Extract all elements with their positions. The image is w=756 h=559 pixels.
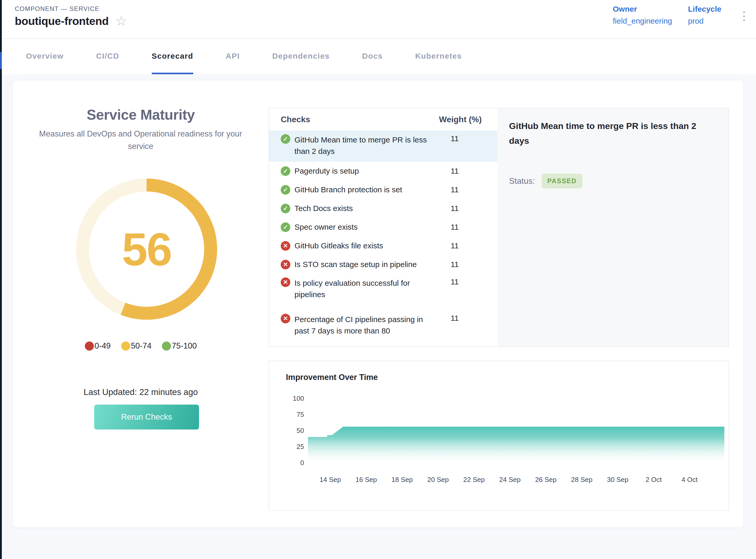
check-weight: 11 (439, 185, 486, 194)
check-failed-icon: ✕ (281, 314, 290, 323)
x-axis-tick: 20 Sep (427, 476, 449, 484)
service-maturity-panel: Service Maturity Measures all DevOps and… (13, 81, 269, 527)
check-label: GitHub Gitleaks file exists (295, 240, 439, 251)
x-axis-tick: 16 Sep (356, 476, 377, 484)
tab-scorecard[interactable]: Scorecard (152, 40, 193, 74)
checks-table-header: Checks Weight (%) (269, 108, 497, 131)
y-axis-tick: 75 (297, 410, 304, 418)
check-row[interactable]: ✓Pagerduty is setup11 (269, 162, 497, 180)
lifecycle-value: prod (688, 17, 721, 25)
check-passed-icon: ✓ (281, 134, 290, 144)
x-axis-tick: 28 Sep (571, 476, 592, 484)
x-axis-tick: 14 Sep (320, 476, 341, 484)
tab-ci-cd[interactable]: CI/CD (96, 40, 119, 74)
x-axis-tick: 4 Oct (682, 476, 698, 484)
check-label: Is policy evaluation successful for pipe… (295, 277, 439, 300)
check-weight: 11 (439, 223, 486, 231)
favorite-star-icon[interactable]: ☆ (115, 15, 127, 27)
tab-kubernetes[interactable]: Kubernetes (415, 40, 462, 74)
check-row[interactable]: ✕GitHub Gitleaks file exists11 (269, 237, 497, 255)
area-series (308, 427, 724, 464)
check-label: GitHub Branch protection is set (295, 184, 439, 196)
check-row[interactable]: ✕Percentage of CI pipelines passing in p… (269, 310, 497, 346)
owner-block: Owner field_engineering (613, 5, 672, 25)
more-actions-kebab-icon[interactable]: ⋮ (738, 9, 750, 23)
legend-dot (162, 341, 171, 351)
check-passed-icon: ✓ (281, 204, 290, 213)
checks-list: Checks Weight (%) ✓GitHub Mean time to m… (269, 108, 497, 346)
score-legend: 0-4950-7475-100 (13, 341, 269, 351)
legend-item: 0-49 (85, 341, 111, 351)
x-axis-tick: 26 Sep (535, 476, 556, 484)
legend-dot (121, 341, 130, 351)
x-axis-tick: 2 Oct (645, 476, 662, 484)
check-label: GitHub Mean time to merge PR is less tha… (295, 134, 439, 157)
check-label: Pagerduty is setup (295, 165, 439, 177)
entity-kind-breadcrumb: COMPONENT — SERVICE (15, 5, 99, 13)
sidebar-active-accent (0, 52, 2, 69)
x-axis-tick: 22 Sep (463, 476, 485, 484)
improvement-chart-card: Improvement Over Time 100755025014 Sep16… (269, 361, 729, 511)
entity-tabbar: OverviewCI/CDScorecardAPIDependenciesDoc… (2, 40, 756, 74)
check-passed-icon: ✓ (281, 185, 290, 195)
improvement-area-chart: 100755025014 Sep16 Sep18 Sep20 Sep22 Sep… (269, 361, 729, 510)
scorecard-card: Service Maturity Measures all DevOps and… (13, 81, 743, 527)
checks-detail-box: Checks Weight (%) ✓GitHub Mean time to m… (269, 108, 729, 347)
collapsed-sidebar-stripe[interactable] (0, 0, 2, 559)
scorecard-title: Service Maturity (13, 106, 269, 123)
check-weight: 11 (439, 277, 486, 286)
check-passed-icon: ✓ (281, 222, 290, 232)
check-label: Tech Docs exists (295, 203, 439, 214)
checks-column-header: Checks (281, 115, 439, 124)
last-updated-text: Last Updated: 22 minutes ago (13, 387, 269, 397)
check-label: Spec owner exists (295, 221, 439, 233)
check-weight: 11 (439, 241, 486, 250)
x-axis-tick: 24 Sep (499, 476, 521, 484)
y-axis-tick: 100 (293, 395, 304, 402)
tab-api[interactable]: API (226, 40, 240, 74)
check-failed-icon: ✕ (281, 277, 290, 287)
y-axis-tick: 25 (297, 443, 304, 450)
check-weight: 11 (439, 314, 486, 322)
entity-header: COMPONENT — SERVICE boutique-frontend ☆ … (2, 0, 756, 39)
check-row[interactable]: ✕Is STO scan stage setup in pipeline11 (269, 255, 497, 274)
maturity-donut: 56 (76, 179, 217, 320)
status-badge: PASSED (542, 174, 582, 188)
legend-item: 50-74 (121, 341, 152, 351)
owner-link[interactable]: field_engineering (613, 17, 672, 25)
check-label: Is STO scan stage setup in pipeline (295, 259, 439, 270)
weight-column-header: Weight (%) (439, 115, 486, 124)
check-row[interactable]: ✓Spec owner exists11 (269, 218, 497, 237)
check-weight: 11 (439, 134, 486, 143)
check-row[interactable]: ✓GitHub Mean time to merge PR is less th… (269, 131, 497, 162)
y-axis-tick: 50 (297, 427, 304, 434)
scorecard-content: Service Maturity Measures all DevOps and… (2, 74, 756, 559)
status-label: Status: (509, 176, 535, 186)
check-detail-panel: GitHub Mean time to merge PR is less tha… (497, 108, 729, 346)
check-row[interactable]: ✓Tech Docs exists11 (269, 199, 497, 218)
scorecard-subtitle: Measures all DevOps and Operational read… (37, 128, 245, 153)
check-passed-icon: ✓ (281, 166, 290, 176)
check-weight: 11 (439, 260, 486, 269)
x-axis-tick: 30 Sep (607, 476, 628, 484)
rerun-checks-button[interactable]: Rerun Checks (94, 405, 199, 429)
check-failed-icon: ✕ (281, 260, 290, 269)
maturity-score: 56 (76, 179, 217, 320)
check-row[interactable]: ✕Is policy evaluation successful for pip… (269, 274, 497, 310)
y-axis-tick: 0 (300, 459, 304, 467)
owner-label: Owner (613, 5, 672, 14)
tab-overview[interactable]: Overview (26, 40, 64, 74)
check-label: Percentage of CI pipelines passing in pa… (295, 314, 439, 337)
check-weight: 11 (439, 204, 486, 213)
check-detail-title: GitHub Mean time to merge PR is less tha… (509, 118, 710, 148)
check-failed-icon: ✕ (281, 241, 290, 251)
x-axis-tick: 18 Sep (391, 476, 413, 484)
lifecycle-label: Lifecycle (688, 5, 721, 14)
scorecard-page: COMPONENT — SERVICE boutique-frontend ☆ … (0, 0, 756, 559)
legend-item: 75-100 (162, 341, 197, 351)
tab-dependencies[interactable]: Dependencies (272, 40, 329, 74)
check-row[interactable]: ✓GitHub Branch protection is set11 (269, 180, 497, 199)
page-title: boutique-frontend (15, 15, 109, 27)
tab-docs[interactable]: Docs (362, 40, 383, 74)
legend-dot (85, 341, 94, 351)
